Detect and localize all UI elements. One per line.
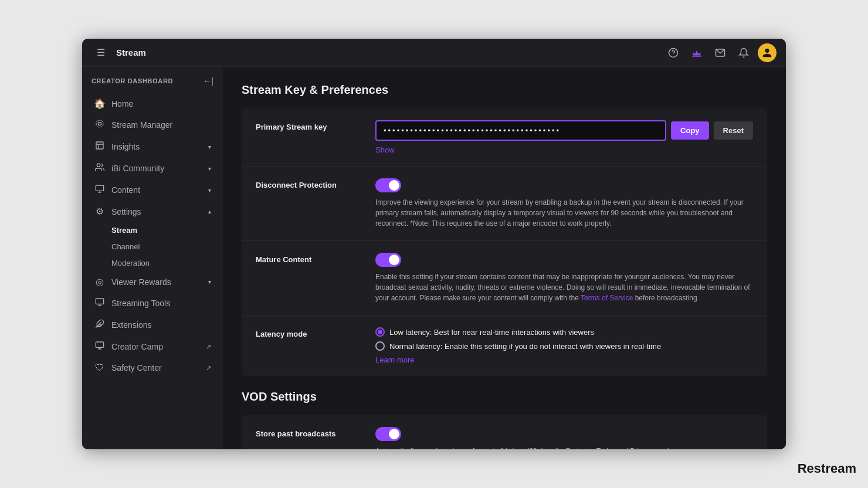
store-broadcasts-slider <box>375 427 401 441</box>
sidebar-item-creator-camp[interactable]: Creator Camp ↗ <box>84 336 221 357</box>
sidebar-item-stream[interactable]: Stream <box>102 222 221 238</box>
user-avatar-button[interactable] <box>758 43 777 62</box>
creator-camp-ext-icon: ↗ <box>206 343 211 351</box>
crown-icon-button[interactable] <box>687 43 706 62</box>
learn-more-link[interactable]: Learn more <box>375 355 753 364</box>
sidebar-content-label: Content <box>111 185 202 195</box>
insights-icon <box>94 141 106 152</box>
help-icon-button[interactable] <box>664 43 683 62</box>
sidebar-item-moderation[interactable]: Moderation <box>102 255 221 271</box>
notifications-icon-button[interactable] <box>734 43 753 62</box>
store-broadcasts-toggle-row <box>375 427 753 441</box>
store-broadcasts-row: Store past broadcasts Automatically save… <box>242 415 767 449</box>
vod-settings-title: VOD Settings <box>242 390 767 404</box>
store-broadcasts-label: Store past broadcasts <box>256 427 361 438</box>
reset-button[interactable]: Reset <box>714 121 753 140</box>
latency-low-option[interactable]: Low latency: Best for near real-time int… <box>375 327 753 337</box>
title-bar-right <box>664 43 777 62</box>
svg-rect-15 <box>96 342 103 347</box>
stream-key-preferences-card: Primary Stream key Copy Reset Show Disco… <box>242 109 767 376</box>
mature-content-slider <box>375 253 401 267</box>
page-title: Stream Key & Preferences <box>242 83 767 97</box>
sidebar-home-label: Home <box>111 99 211 109</box>
latency-normal-label: Normal latency: Enable this setting if y… <box>389 342 661 351</box>
mature-content-label: Mature Content <box>256 253 361 264</box>
app-title: Stream <box>116 48 146 57</box>
viewer-rewards-icon: ◎ <box>94 276 106 287</box>
sidebar-item-stream-manager[interactable]: Stream Manager <box>84 114 221 135</box>
latency-radio-group: Low latency: Best for near real-time int… <box>375 327 753 351</box>
latency-normal-option[interactable]: Normal latency: Enable this setting if y… <box>375 341 753 351</box>
safety-center-icon: 🛡 <box>94 362 106 373</box>
streaming-tools-icon <box>94 297 106 309</box>
content-chevron-icon: ▾ <box>208 187 211 194</box>
mail-icon-button[interactable] <box>711 43 730 62</box>
creator-camp-icon <box>94 341 106 353</box>
svg-rect-5 <box>96 142 103 149</box>
restream-watermark: Restream <box>798 461 856 476</box>
sidebar-extensions-label: Extensions <box>111 320 211 330</box>
main-content: Stream Key & Preferences Primary Stream … <box>223 67 786 449</box>
copy-button[interactable]: Copy <box>671 121 709 140</box>
sidebar-safety-center-label: Safety Center <box>111 363 200 372</box>
sidebar: CREATOR DASHBOARD ←| 🏠 Home Stream Manag… <box>82 67 223 449</box>
svg-point-3 <box>98 122 101 125</box>
sidebar-community-label: iBi Community <box>111 164 202 173</box>
sidebar-item-viewer-rewards[interactable]: ◎ Viewer Rewards ▾ <box>84 272 221 292</box>
app-body: CREATOR DASHBOARD ←| 🏠 Home Stream Manag… <box>82 67 786 449</box>
disconnect-protection-description: Improve the viewing experience for your … <box>375 197 753 229</box>
hamburger-menu-button[interactable]: ☰ <box>91 43 110 62</box>
sidebar-insights-label: Insights <box>111 142 202 151</box>
sidebar-item-content[interactable]: Content ▾ <box>84 179 221 201</box>
latency-low-radio <box>375 327 385 337</box>
sidebar-collapse-button[interactable]: ←| <box>203 76 213 86</box>
show-key-link[interactable]: Show <box>375 145 753 154</box>
community-icon <box>94 162 106 174</box>
sidebar-item-safety-center[interactable]: 🛡 Safety Center ↗ <box>84 358 221 378</box>
sidebar-header: CREATOR DASHBOARD ←| <box>82 72 223 93</box>
safety-center-ext-icon: ↗ <box>206 364 211 372</box>
mature-content-toggle-row <box>375 253 753 267</box>
settings-icon: ⚙ <box>94 206 106 217</box>
sidebar-item-community[interactable]: iBi Community ▾ <box>84 158 221 179</box>
store-broadcasts-content: Automatically save broadcasts for up to … <box>375 427 753 449</box>
mature-content-toggle[interactable] <box>375 253 401 267</box>
disconnect-protection-content: Improve the viewing experience for your … <box>375 178 753 229</box>
store-broadcasts-toggle[interactable] <box>375 427 401 441</box>
disconnect-protection-label: Disconnect Protection <box>256 178 361 189</box>
latency-mode-content: Low latency: Best for near real-time int… <box>375 327 753 364</box>
stream-sub-label: Stream <box>111 226 137 235</box>
sidebar-settings-label: Settings <box>111 207 202 216</box>
latency-mode-label: Latency mode <box>256 327 361 338</box>
primary-stream-key-row: Primary Stream key Copy Reset Show <box>242 109 767 167</box>
disconnect-protection-toggle-row <box>375 178 753 192</box>
sidebar-item-extensions[interactable]: Extensions <box>84 314 221 336</box>
latency-normal-radio <box>375 341 385 351</box>
channel-sub-label: Channel <box>111 242 140 251</box>
mature-content-description: Enable this setting if your stream conta… <box>375 272 753 303</box>
sidebar-item-channel[interactable]: Channel <box>102 239 221 255</box>
sidebar-creator-camp-label: Creator Camp <box>111 342 200 351</box>
insights-chevron-icon: ▾ <box>208 144 211 150</box>
vod-settings-card: Store past broadcasts Automatically save… <box>242 415 767 449</box>
sidebar-item-home[interactable]: 🏠 Home <box>84 93 221 114</box>
disconnect-protection-row: Disconnect Protection Improve the viewin… <box>242 167 767 241</box>
sidebar-item-insights[interactable]: Insights ▾ <box>84 136 221 157</box>
mature-content-content: Enable this setting if your stream conta… <box>375 253 753 303</box>
stream-key-input-row: Copy Reset <box>375 120 753 141</box>
sidebar-item-streaming-tools[interactable]: Streaming Tools <box>84 293 221 314</box>
community-chevron-icon: ▾ <box>208 165 211 172</box>
sidebar-stream-manager-label: Stream Manager <box>111 120 211 130</box>
stream-key-content: Copy Reset Show <box>375 120 753 154</box>
app-window: ☰ Stream CREATOR DASHBOARD <box>82 39 786 449</box>
svg-rect-7 <box>96 185 103 191</box>
mature-content-row: Mature Content Enable this setting if yo… <box>242 241 767 316</box>
sidebar-item-settings[interactable]: ⚙ Settings ▴ <box>84 201 221 222</box>
viewer-rewards-chevron-icon: ▾ <box>208 279 211 285</box>
moderation-sub-label: Moderation <box>111 259 150 267</box>
svg-point-6 <box>97 164 100 167</box>
stream-key-input[interactable] <box>375 120 666 141</box>
latency-low-label: Low latency: Best for near real-time int… <box>389 328 594 337</box>
terms-of-service-link[interactable]: Terms of Service <box>581 294 633 302</box>
disconnect-protection-toggle[interactable] <box>375 178 401 192</box>
